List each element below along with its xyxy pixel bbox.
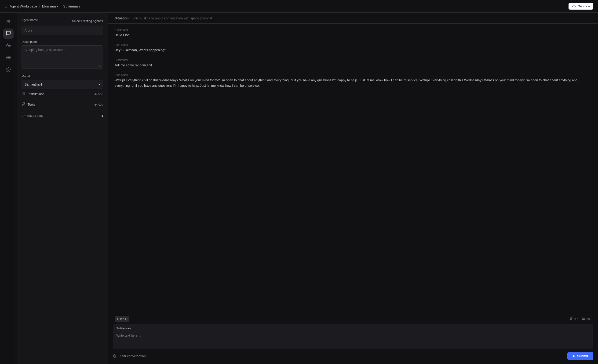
clear-label: Clear conversation	[118, 354, 146, 358]
tools-icon	[22, 102, 25, 107]
sidebar: ⊞	[0, 13, 17, 364]
agent-name-label: Agent name	[22, 18, 38, 22]
message-text-2: Hey Sulaimaan, Whats happening?	[115, 48, 591, 53]
submit-button[interactable]: ➤ Submit	[567, 352, 593, 360]
trash-icon	[113, 354, 116, 358]
select-existing-agent-button[interactable]: Select Existing Agent ▾	[72, 19, 103, 23]
instructions-label: Instructions	[28, 92, 44, 96]
temp-indicator: 0.7 300	[569, 317, 591, 321]
separator: /	[39, 4, 40, 8]
instructions-left: Instructions	[22, 92, 44, 96]
user-label: User	[117, 317, 124, 321]
model-dropdown[interactable]: Samantha-1 ▾	[22, 80, 103, 89]
description-label: Description	[22, 40, 103, 43]
chat-messages: Sulaimaan Hello Elon! Elon Musk Hey Sula…	[108, 24, 598, 313]
dot-separator: ·	[60, 4, 61, 8]
message-text-4: Watup! Everything chill on this Wednesda…	[115, 78, 591, 88]
tokens-value: 300	[586, 317, 591, 321]
message-block-4: Elon Musk Watup! Everything chill on thi…	[115, 73, 591, 88]
instructions-row: Instructions ⊕ Add	[22, 89, 103, 99]
workspace-label: Agent Workspace	[10, 4, 37, 8]
send-icon: ➤	[573, 354, 575, 358]
tools-left: Tools	[22, 102, 35, 107]
instructions-icon	[22, 92, 25, 96]
description-textarea[interactable]	[22, 45, 103, 69]
breadcrumb-user: Sulaimaan	[63, 4, 80, 8]
model-value: Samantha-1	[25, 82, 42, 86]
message-block-3: Sulaimaan Tell me some random shit	[115, 58, 591, 68]
parameters-row[interactable]: PARAMETERS ▾	[22, 111, 103, 121]
gear-icon	[6, 67, 11, 73]
resize-icon: ⤡	[99, 64, 101, 68]
message-sender-3: Sulaimaan	[115, 58, 591, 62]
parameters-label: PARAMETERS	[22, 114, 43, 118]
left-panel: Agent name Select Existing Agent ▾ Descr…	[17, 13, 108, 364]
tools-label: Tools	[28, 103, 35, 106]
instructions-add-label: Add	[98, 92, 103, 96]
chat-input-textarea[interactable]	[113, 331, 593, 348]
tools-plus-icon: ⊕	[94, 103, 97, 106]
plus-icon: ⊕	[94, 92, 97, 96]
topbar: ⌂ Agent Workspace / Elon musk · Sulaimaa…	[0, 0, 598, 13]
input-persona: Sulaimaan	[113, 324, 593, 331]
tokens-icon	[582, 317, 585, 321]
parameters-chevron-icon: ▾	[101, 114, 103, 118]
agent-name-input[interactable]	[22, 26, 103, 35]
user-selector-row: User ▾ 0.7	[108, 313, 598, 324]
breadcrumb-agent: Elon musk	[42, 4, 58, 8]
chevron-down-icon: ▾	[101, 19, 103, 23]
sidebar-item-grid[interactable]: ⊞	[3, 16, 14, 27]
bottom-actions: Clear conversation ➤ Submit	[108, 349, 598, 364]
agent-name-header: Agent name Select Existing Agent ▾	[22, 18, 103, 24]
user-dropdown[interactable]: User ▾	[115, 316, 129, 322]
message-sender-4: Elon Musk	[115, 73, 591, 77]
grid-icon: ⊞	[6, 19, 10, 24]
chart-icon	[6, 43, 11, 49]
chat-input-area: User ▾ 0.7	[108, 313, 598, 364]
message-block-1: Sulaimaan Hello Elon!	[115, 28, 591, 38]
situation-label: Situation	[115, 16, 129, 20]
situation-text: Situation Elon musk is having a conversa…	[115, 16, 213, 20]
select-existing-label: Select Existing Agent	[72, 19, 101, 23]
topbar-left: ⌂ Agent Workspace / Elon musk · Sulaimaa…	[5, 4, 80, 9]
sidebar-item-chart[interactable]	[3, 41, 14, 51]
message-block-2: Elon Musk Hey Sulaimaan, Whats happening…	[115, 43, 591, 53]
chat-bubble-icon	[6, 31, 11, 37]
message-text-3: Tell me some random shit	[115, 63, 591, 68]
clear-conversation-button[interactable]: Clear conversation	[113, 354, 146, 358]
model-label: Model	[22, 75, 103, 78]
temperature-value: 0.7	[574, 317, 578, 321]
list-icon	[6, 55, 11, 61]
tools-add-button[interactable]: ⊕ Add	[94, 103, 103, 106]
get-code-button[interactable]: </> Get code	[569, 3, 593, 10]
instructions-add-button[interactable]: ⊕ Add	[94, 92, 103, 96]
breadcrumb: Agent Workspace / Elon musk · Sulaimaan	[10, 4, 80, 8]
message-text-1: Hello Elon!	[115, 32, 591, 38]
tools-add-label: Add	[98, 103, 103, 106]
user-chevron-icon: ▾	[125, 317, 127, 321]
sidebar-item-list[interactable]	[3, 53, 14, 63]
input-box: Sulaimaan	[113, 324, 593, 349]
tokens-display: 300	[582, 317, 591, 321]
model-section: Model Samantha-1 ▾	[22, 75, 103, 89]
temperature-display: 0.7	[569, 317, 578, 321]
svg-point-6	[8, 69, 9, 70]
home-icon[interactable]: ⌂	[5, 4, 7, 9]
submit-label: Submit	[577, 354, 588, 358]
description-wrapper: ⤡	[22, 45, 103, 69]
sidebar-item-settings[interactable]	[3, 65, 14, 75]
message-sender-2: Elon Musk	[115, 43, 591, 47]
thermometer-icon	[569, 317, 573, 321]
code-icon: </>	[572, 4, 576, 8]
message-sender-1: Sulaimaan	[115, 28, 591, 32]
main-layout: ⊞	[0, 13, 598, 364]
situation-description: Elon musk is having a conversation with …	[132, 16, 213, 20]
sidebar-item-chat[interactable]	[3, 29, 14, 39]
model-chevron-icon: ▾	[99, 82, 100, 86]
right-panel: Situation Elon musk is having a conversa…	[108, 13, 598, 364]
description-section: Description ⤡	[22, 40, 103, 69]
tools-row: Tools ⊕ Add	[22, 99, 103, 110]
situation-bar: Situation Elon musk is having a conversa…	[108, 13, 598, 24]
get-code-label: Get code	[578, 4, 590, 8]
